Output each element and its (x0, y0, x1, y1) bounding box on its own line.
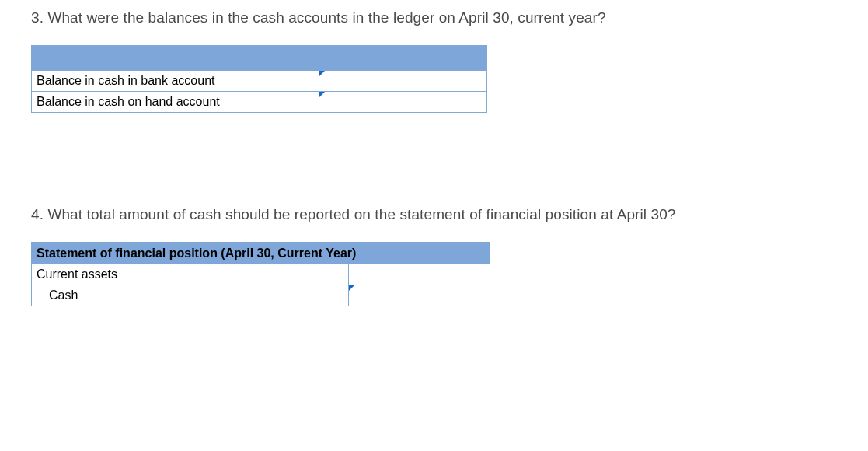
q4-line-input-cell (349, 285, 490, 306)
table-row: Cash (32, 285, 490, 306)
q3-row-0-input-cell (319, 71, 487, 92)
q3-row-1-label: Balance in cash on hand account (32, 92, 319, 113)
q3-row-1-input-cell (319, 92, 487, 113)
q3-row-0-input[interactable] (319, 71, 486, 91)
question-3-prompt: 3. What were the balances in the cash ac… (31, 9, 845, 26)
q3-table: Balance in cash in bank account Balance … (31, 45, 487, 113)
q4-section-label: Current assets (32, 264, 349, 285)
question-4-prompt: 4. What total amount of cash should be r… (31, 206, 845, 223)
q4-section-blank (349, 264, 490, 285)
q4-line-input[interactable] (349, 285, 490, 306)
q3-row-1-input[interactable] (319, 92, 486, 112)
q4-table: Statement of financial position (April 3… (31, 242, 490, 306)
q4-line-label: Cash (32, 285, 349, 306)
table-row: Balance in cash in bank account (32, 71, 487, 92)
q3-row-0-label: Balance in cash in bank account (32, 71, 319, 92)
table-row: Balance in cash on hand account (32, 92, 487, 113)
table-row: Current assets (32, 264, 490, 285)
q3-header-label (32, 46, 319, 71)
q3-header-value (319, 46, 487, 71)
q4-statement-header: Statement of financial position (April 3… (32, 243, 490, 264)
